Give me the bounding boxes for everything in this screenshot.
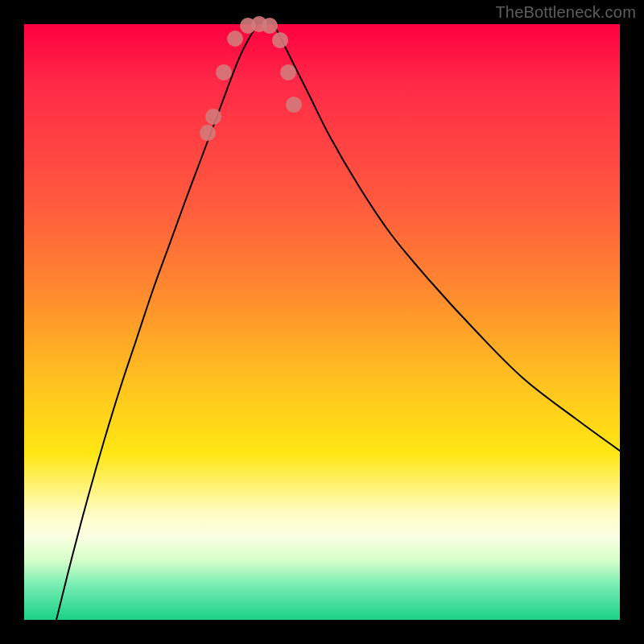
chart-frame: TheBottleneck.com (0, 0, 644, 644)
marker-markers (272, 32, 288, 48)
curve-right_curve (274, 24, 620, 451)
curve-left_curve (56, 24, 258, 620)
plot-area (24, 24, 620, 620)
marker-markers (216, 64, 232, 80)
watermark-text: TheBottleneck.com (495, 3, 636, 22)
marker-markers (262, 18, 278, 34)
marker-markers (280, 64, 296, 80)
marker-markers (286, 97, 302, 113)
chart-svg (24, 24, 620, 620)
marker-markers (205, 109, 221, 125)
marker-markers (227, 31, 243, 47)
marker-markers (200, 125, 216, 141)
